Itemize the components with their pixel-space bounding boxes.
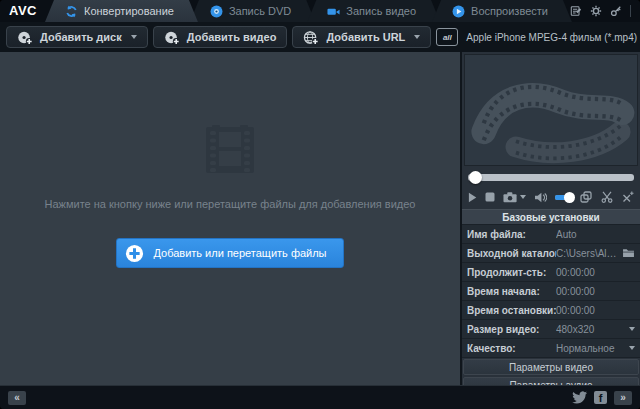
effects-icon[interactable] bbox=[622, 191, 634, 203]
add-url-button[interactable]: Добавить URL bbox=[292, 26, 431, 48]
add-video-button[interactable]: Добавить видео bbox=[153, 26, 288, 48]
setting-label: Качество: bbox=[467, 343, 556, 354]
snapshot-button[interactable] bbox=[503, 191, 526, 203]
drop-hint: Нажмите на кнопку ниже или перетащите фа… bbox=[45, 198, 416, 210]
app-logo: AVC bbox=[0, 0, 45, 22]
add-video-label: Добавить видео bbox=[187, 31, 277, 43]
setting-value: Нормальное bbox=[556, 343, 629, 354]
row-start-time: Время начала: 00:00:00 bbox=[462, 282, 640, 301]
bottombar: « f » bbox=[0, 385, 640, 409]
scissors-icon[interactable] bbox=[601, 191, 613, 203]
tab-play[interactable]: Воспроизвести bbox=[432, 0, 572, 22]
volume-handle[interactable] bbox=[564, 192, 575, 203]
row-duration: Продолжит-сть: 00:00:00 bbox=[462, 263, 640, 282]
setting-label: Время остановки: bbox=[467, 305, 556, 316]
titlebar-divider bbox=[630, 5, 631, 17]
titlebar: AVC Конвертирование Запись DVD Запись ви… bbox=[0, 0, 640, 22]
log-icon[interactable] bbox=[570, 5, 583, 18]
right-panel: Базовые установки Имя файла: Auto Выходн… bbox=[462, 52, 640, 385]
camcorder-icon bbox=[327, 5, 340, 18]
basic-settings-header: Базовые установки bbox=[462, 209, 640, 225]
setting-value: 00:00:00 bbox=[556, 267, 635, 278]
dvd-disc-icon bbox=[210, 5, 223, 18]
tab-label: Конвертирование bbox=[84, 5, 174, 17]
app-window: AVC Конвертирование Запись DVD Запись ви… bbox=[0, 0, 640, 409]
setting-label: Продолжит-сть: bbox=[467, 267, 556, 278]
duplicate-icon[interactable] bbox=[580, 191, 592, 203]
video-preview bbox=[464, 54, 638, 166]
facebook-glyph: f bbox=[599, 393, 603, 404]
setting-label: Размер видео: bbox=[467, 324, 556, 335]
seek-slider[interactable] bbox=[468, 170, 634, 184]
expand-right-button[interactable]: » bbox=[614, 391, 632, 405]
stop-button[interactable] bbox=[485, 192, 495, 202]
seek-handle[interactable] bbox=[469, 171, 482, 184]
row-file-name: Имя файла: Auto bbox=[462, 225, 640, 244]
setting-value: C:\Users\Alex\Videos\A... bbox=[556, 248, 620, 259]
facebook-icon[interactable]: f bbox=[594, 391, 607, 404]
profile-all-button[interactable]: all bbox=[436, 28, 458, 46]
convert-icon bbox=[65, 5, 78, 18]
film-strip-icon bbox=[202, 124, 258, 176]
setting-value: Auto bbox=[556, 229, 635, 240]
play-circle-icon bbox=[452, 5, 465, 18]
row-quality[interactable]: Качество: Нормальное bbox=[462, 339, 640, 358]
plus-circle-icon bbox=[125, 244, 144, 263]
tab-record-video[interactable]: Запись видео bbox=[307, 0, 440, 22]
toolbar-right: all Apple iPhone MPEG-4 фильм (*.mp4) Ко… bbox=[436, 26, 640, 48]
play-button[interactable] bbox=[468, 192, 477, 203]
toolbar: Добавить диск Добавить видео Добавить UR… bbox=[0, 22, 640, 52]
speaker-icon[interactable] bbox=[534, 192, 547, 203]
setting-label: Выходной каталог: bbox=[467, 248, 556, 259]
chevron-down-icon bbox=[520, 195, 526, 199]
content: Нажмите на кнопку ниже или перетащите фа… bbox=[0, 52, 640, 385]
chevron-down-icon bbox=[414, 35, 420, 39]
tab-bar: Конвертирование Запись DVD Запись видео … bbox=[45, 0, 564, 22]
setting-value: 00:00:00 bbox=[556, 286, 635, 297]
film-reel-graphic bbox=[466, 56, 636, 164]
tab-label: Воспроизвести bbox=[471, 5, 548, 17]
setting-label: Имя файла: bbox=[467, 229, 556, 240]
key-icon[interactable] bbox=[610, 5, 623, 18]
chevron-down-icon bbox=[131, 35, 137, 39]
setting-value: 480x320 bbox=[556, 324, 629, 335]
edit-tools bbox=[580, 191, 634, 203]
seek-track bbox=[468, 174, 634, 181]
tab-burn-dvd[interactable]: Запись DVD bbox=[190, 0, 315, 22]
setting-label: Время начала: bbox=[467, 286, 556, 297]
tab-label: Запись DVD bbox=[229, 5, 291, 17]
video-params-button[interactable]: Параметры видео bbox=[463, 359, 639, 375]
disc-plus-icon bbox=[164, 30, 180, 45]
twitter-icon[interactable] bbox=[572, 391, 587, 404]
row-output-folder: Выходной каталог: C:\Users\Alex\Videos\A… bbox=[462, 244, 640, 263]
player-controls bbox=[468, 187, 634, 207]
output-profile-value: Apple iPhone MPEG-4 фильм (*.mp4) bbox=[466, 32, 637, 43]
row-video-size[interactable]: Размер видео: 480x320 bbox=[462, 320, 640, 339]
globe-plus-icon bbox=[303, 30, 319, 45]
output-profile-select[interactable]: Apple iPhone MPEG-4 фильм (*.mp4) bbox=[464, 32, 640, 43]
add-files-button[interactable]: Добавить или перетащить файлы bbox=[116, 238, 343, 268]
add-files-label: Добавить или перетащить файлы bbox=[153, 247, 326, 259]
video-drop-area[interactable]: Нажмите на кнопку ниже или перетащите фа… bbox=[0, 52, 462, 385]
chevron-down-icon bbox=[629, 346, 635, 350]
disc-plus-icon bbox=[17, 30, 33, 45]
gear-icon[interactable] bbox=[590, 5, 603, 18]
add-url-label: Добавить URL bbox=[326, 31, 405, 43]
tab-label: Запись видео bbox=[346, 5, 416, 17]
collapse-left-button[interactable]: « bbox=[8, 391, 26, 405]
add-disc-button[interactable]: Добавить диск bbox=[6, 26, 148, 48]
setting-value: 00:00:00 bbox=[556, 305, 635, 316]
tab-convert[interactable]: Конвертирование bbox=[45, 0, 198, 22]
chevron-down-icon bbox=[629, 327, 635, 331]
volume-slider[interactable] bbox=[555, 192, 572, 203]
row-stop-time: Время остановки: 00:00:00 bbox=[462, 301, 640, 320]
folder-icon[interactable] bbox=[622, 248, 635, 258]
titlebar-actions: ? bbox=[564, 0, 640, 22]
add-disc-label: Добавить диск bbox=[40, 31, 122, 43]
